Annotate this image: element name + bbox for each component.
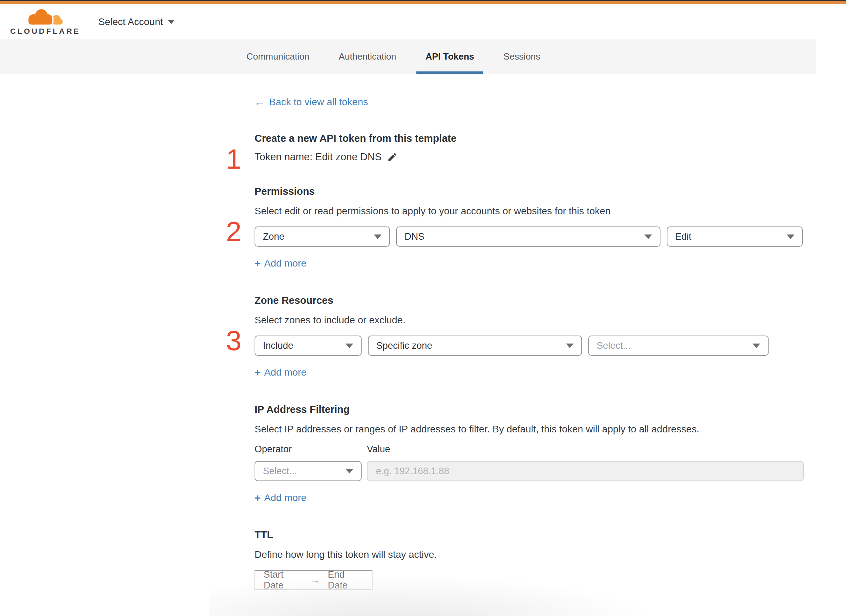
permission-resource-select[interactable]: DNS <box>396 226 661 247</box>
add-more-label: Add more <box>264 367 306 378</box>
plus-icon: + <box>255 367 261 378</box>
tab-label: API Tokens <box>425 51 474 62</box>
permissions-section: 2 Permissions Select edit or read permis… <box>255 186 804 269</box>
tab-sessions[interactable]: Sessions <box>502 40 542 74</box>
zone-resources-section: 3 Zone Resources Select zones to include… <box>255 295 804 378</box>
back-to-tokens-link[interactable]: ← Back to view all tokens <box>255 97 368 108</box>
plus-icon: + <box>255 258 261 268</box>
caret-down-icon <box>566 343 574 348</box>
ttl-title: TTL <box>255 529 804 541</box>
selected-value: Zone <box>263 231 285 242</box>
ip-operator-select[interactable]: Select... <box>255 461 362 481</box>
selected-value: Include <box>263 340 293 351</box>
token-name-text: Token name: Edit zone DNS <box>255 151 381 163</box>
end-date-label: End Date <box>328 569 363 591</box>
arrow-left-icon: ← <box>255 97 265 107</box>
ip-filtering-add-more-link[interactable]: + Add more <box>255 492 306 503</box>
app-header: CLOUDFLARE Select Account <box>0 4 846 40</box>
add-more-label: Add more <box>264 258 306 269</box>
caret-down-icon <box>644 235 652 239</box>
permissions-add-more-link[interactable]: + Add more <box>255 258 306 269</box>
zone-resources-description: Select zones to include or exclude. <box>255 315 804 326</box>
tab-api-tokens[interactable]: API Tokens <box>424 40 476 74</box>
placeholder-value: Select... <box>263 466 297 477</box>
selected-value: Specific zone <box>376 340 433 351</box>
placeholder-value: Select... <box>597 340 631 351</box>
permission-scope-select[interactable]: Zone <box>255 226 390 247</box>
chevron-down-icon <box>168 20 175 24</box>
zone-pick-select[interactable]: Select... <box>588 336 769 356</box>
token-name-section: 1 Create a new API token from this templ… <box>255 133 804 163</box>
ip-filtering-description: Select IP addresses or ranges of IP addr… <box>255 424 804 435</box>
token-template-form: ← Back to view all tokens 1 Create a new… <box>255 74 804 616</box>
caret-down-icon <box>346 469 353 474</box>
step-number-1: 1 <box>226 145 242 173</box>
selected-value: Edit <box>675 231 692 242</box>
ip-filtering-section: IP Address Filtering Select IP addresses… <box>255 404 804 503</box>
ttl-date-range-picker[interactable]: Start Date → End Date <box>255 570 372 590</box>
ttl-description: Define how long this token will stay act… <box>255 549 804 560</box>
cloudflare-logo: CLOUDFLARE <box>10 8 80 36</box>
start-date-label: Start Date <box>263 569 302 591</box>
edit-pencil-icon[interactable] <box>387 152 397 162</box>
step-number-3: 3 <box>226 327 242 355</box>
zone-type-select[interactable]: Specific zone <box>368 336 582 356</box>
plus-icon: + <box>255 493 261 503</box>
caret-down-icon <box>346 343 353 348</box>
permission-access-select[interactable]: Edit <box>667 226 803 247</box>
cloudflare-wordmark: CLOUDFLARE <box>10 27 81 36</box>
zone-resources-add-more-link[interactable]: + Add more <box>255 367 306 378</box>
permissions-title: Permissions <box>255 186 804 197</box>
selected-value: DNS <box>405 231 424 242</box>
ttl-section: TTL Define how long this token will stay… <box>255 529 804 590</box>
add-more-label: Add more <box>264 492 306 503</box>
tab-label: Sessions <box>503 51 540 62</box>
active-tab-underline <box>416 72 483 74</box>
back-link-label: Back to view all tokens <box>269 97 368 108</box>
arrow-right-icon: → <box>310 574 320 586</box>
profile-tabs: Communication Authentication API Tokens … <box>0 40 817 74</box>
page-title: Create a new API token from this templat… <box>255 133 804 144</box>
ip-value-input[interactable] <box>367 461 804 481</box>
cloudflare-cloud-icon <box>18 8 73 26</box>
tab-label: Communication <box>247 51 310 62</box>
tab-communication[interactable]: Communication <box>245 40 311 74</box>
operator-label: Operator <box>255 444 367 455</box>
zone-include-select[interactable]: Include <box>255 336 362 356</box>
tab-authentication[interactable]: Authentication <box>337 40 397 74</box>
account-selector[interactable]: Select Account <box>99 16 175 28</box>
step-number-2: 2 <box>226 218 242 246</box>
value-label: Value <box>367 444 390 455</box>
ip-filtering-title: IP Address Filtering <box>255 404 804 415</box>
caret-down-icon <box>753 343 760 348</box>
caret-down-icon <box>374 235 381 239</box>
zone-resources-title: Zone Resources <box>255 295 804 306</box>
permissions-description: Select edit or read permissions to apply… <box>255 205 804 217</box>
caret-down-icon <box>787 235 795 239</box>
tab-label: Authentication <box>338 51 396 62</box>
top-accent-bar <box>0 1 846 4</box>
account-selector-label: Select Account <box>99 16 163 28</box>
